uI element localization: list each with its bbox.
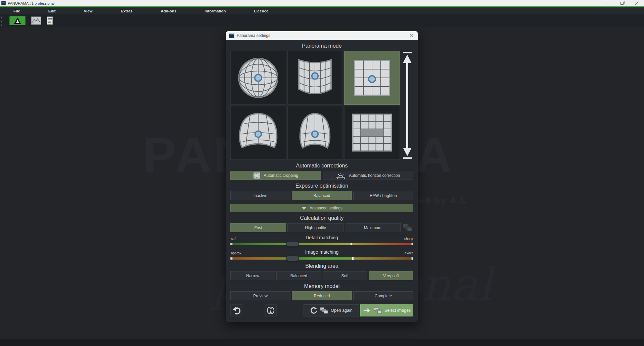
restore-icon (620, 2, 624, 5)
dialog-title: Panorama settings (237, 33, 270, 38)
detail-slider-min-label: soft (231, 237, 236, 241)
memory-reduced-button[interactable]: Reduced (292, 291, 352, 300)
advanced-settings-expander[interactable]: Advanced settings (230, 204, 413, 212)
automatic-horizon-label: Automatic horizon correction (349, 173, 400, 178)
blending-very-soft-button[interactable]: Very soft (369, 271, 413, 280)
crop-icon (253, 172, 261, 179)
image-slider-min-label: approx. (231, 251, 242, 255)
blending-soft-button[interactable]: Soft (323, 271, 367, 280)
mosaic-projection-icon (347, 108, 397, 158)
toolbar-open-image-button[interactable] (31, 16, 41, 25)
blending-soft-label: Soft (341, 274, 348, 278)
stacked-images-icon (320, 307, 328, 314)
menu-file[interactable]: File (13, 9, 20, 13)
quality-maximum-button[interactable]: Maximum (345, 223, 401, 232)
quality-high-button[interactable]: High quality (287, 223, 343, 232)
exposure-inactive-label: Inactive (254, 193, 267, 198)
dialog-titlebar[interactable]: Panorama settings (226, 31, 418, 40)
window-controls (600, 0, 644, 6)
image-slider-head: Image matching approx. exact (230, 249, 413, 255)
image-slider-title: Image matching (230, 249, 413, 255)
blending-heading: Blending area (230, 263, 413, 269)
toolbar-drag-handle[interactable] (1, 16, 3, 26)
refresh-icon (310, 307, 317, 314)
blending-narrow-label: Narrow (246, 274, 259, 278)
menu-information[interactable]: Information (204, 9, 226, 13)
dialog-close-button[interactable] (409, 33, 415, 39)
memory-preview-button[interactable]: Preview (230, 291, 290, 300)
automatic-horizon-toggle[interactable]: Automatic horizon correction (323, 171, 414, 180)
detail-slider-title: Detail matching (230, 235, 413, 241)
app-icon (1, 1, 6, 5)
mode-tile-sphere[interactable] (230, 51, 286, 105)
menu-extras[interactable]: Extras (121, 9, 133, 13)
automatic-cropping-label: Automatic cropping (264, 173, 298, 178)
image-list-icon (47, 16, 53, 25)
select-images-button[interactable]: Select images (360, 304, 413, 316)
menubar: File Edit View Extras Add-ons Informatio… (0, 7, 644, 14)
exposure-balanced-button[interactable]: Balanced (292, 191, 352, 200)
panorama-image-icon (31, 16, 41, 25)
menu-addons[interactable]: Add-ons (161, 9, 177, 13)
blending-narrow-button[interactable]: Narrow (230, 271, 275, 280)
automatic-cropping-toggle[interactable]: Automatic cropping (230, 171, 321, 180)
panorama-mode-picker (230, 51, 413, 160)
horizon-icon (336, 172, 346, 179)
double-arrow-icon (401, 51, 413, 160)
panorama-mode-grid (230, 51, 400, 160)
memory-reduced-label: Reduced (314, 294, 330, 298)
exposure-balanced-label: Balanced (313, 193, 330, 198)
exposure-inactive-button[interactable]: Inactive (230, 191, 290, 200)
detail-slider-head: Detail matching soft sharp (230, 235, 413, 241)
advanced-settings-label: Advanced settings (310, 206, 342, 210)
sphere-projection-icon (233, 53, 283, 103)
blending-balanced-button[interactable]: Balanced (276, 271, 321, 280)
detail-slider-track[interactable] (230, 243, 413, 245)
undo-button[interactable] (230, 304, 242, 316)
image-slider-max-label: exact (405, 251, 413, 255)
quality-heading: Calculation quality (230, 215, 413, 221)
maximize-button[interactable] (614, 0, 629, 6)
dialog-footer: Open again Select images (230, 304, 413, 316)
window-title: PANORAMA #1 professional (8, 1, 54, 5)
image-slider-track[interactable] (230, 257, 413, 260)
image-slider-thumb[interactable] (286, 256, 299, 261)
info-button[interactable] (265, 304, 277, 316)
blending-balanced-label: Balanced (290, 274, 307, 278)
dialog-icon (229, 34, 234, 38)
toolbar-image-list-button[interactable] (47, 16, 53, 25)
close-button[interactable] (629, 0, 644, 6)
memory-complete-button[interactable]: Complete (353, 291, 413, 300)
detail-slider-thumb[interactable] (286, 241, 299, 247)
mode-tile-dome[interactable] (230, 106, 286, 160)
cylinder-projection-icon (290, 53, 340, 103)
memory-heading: Memory model (230, 283, 413, 289)
mode-tile-cylinder[interactable] (287, 51, 343, 105)
menu-view[interactable]: View (84, 9, 93, 13)
quality-fast-button[interactable]: Fast (230, 223, 286, 232)
fisheye-projection-icon (290, 108, 340, 158)
mode-tile-mosaic[interactable] (344, 106, 400, 160)
mode-tile-fisheye[interactable] (287, 106, 343, 160)
menu-licence[interactable]: Licence (254, 9, 269, 13)
memory-complete-label: Complete (375, 294, 392, 298)
menu-edit[interactable]: Edit (48, 9, 56, 13)
stacked-images-icon (374, 307, 382, 314)
workspace: PANORAMA ed by A.L professional Panorama… (0, 27, 644, 346)
detail-slider-track-row (230, 241, 413, 247)
minimize-button[interactable] (600, 0, 614, 6)
exposure-row: Inactive Balanced RAW / brighten (230, 191, 413, 200)
quality-row: Fast High quality Maximum (230, 223, 413, 232)
detail-matching-slider: Detail matching soft sharp (230, 235, 413, 247)
minimize-icon (605, 3, 609, 3)
exposure-raw-label: RAW / brighten (370, 193, 397, 198)
exposure-raw-brighten-button[interactable]: RAW / brighten (353, 191, 413, 200)
mode-tile-flat[interactable] (344, 51, 400, 105)
open-again-label: Open again (331, 308, 353, 313)
status-strip (0, 339, 644, 346)
open-again-button[interactable]: Open again (304, 304, 359, 316)
memory-preview-label: Preview (253, 294, 268, 298)
quality-high-label: High quality (305, 226, 326, 230)
toolbar-new-panorama-button[interactable] (9, 16, 26, 25)
dome-projection-icon (233, 108, 283, 158)
